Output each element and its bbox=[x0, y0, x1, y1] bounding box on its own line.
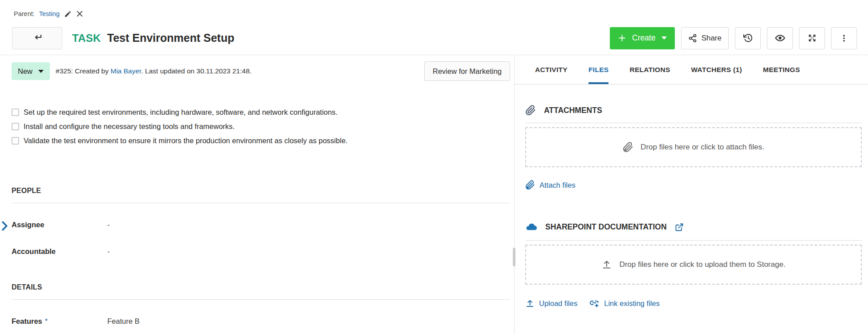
assignee-value[interactable]: - bbox=[107, 221, 110, 229]
tab-relations[interactable]: RELATIONS bbox=[629, 55, 670, 84]
checklist-item-text: Validate the test environment to ensure … bbox=[24, 137, 348, 145]
tab-activity[interactable]: ACTIVITY bbox=[535, 55, 568, 84]
review-for-marketing-button[interactable]: Review for Marketing bbox=[424, 61, 510, 81]
watch-button[interactable] bbox=[767, 27, 793, 49]
accountable-label: Accountable bbox=[12, 247, 56, 256]
share-button[interactable]: Share bbox=[681, 27, 729, 49]
assignee-label: Assignee bbox=[12, 221, 44, 229]
page-title: Test Environment Setup bbox=[107, 32, 235, 44]
features-value[interactable]: Feature B bbox=[107, 317, 139, 326]
create-button[interactable]: Create bbox=[610, 27, 675, 49]
panel-resize-handle[interactable] bbox=[513, 248, 515, 266]
files-panel-body: ATTACHMENTS Drop files here or click to … bbox=[515, 85, 868, 309]
meta-suffix: . Last updated on 30.11.2023 21:48. bbox=[141, 67, 251, 75]
parent-link[interactable]: Testing bbox=[39, 10, 60, 17]
sharepoint-header: SHAREPOINT DOCUMENTATION bbox=[525, 221, 862, 233]
upload-files-link[interactable]: Upload files bbox=[525, 299, 577, 308]
attachments-dropzone[interactable]: Drop files here or click to attach files… bbox=[525, 127, 862, 167]
back-button[interactable] bbox=[12, 27, 62, 49]
upload-files-label: Upload files bbox=[539, 299, 577, 308]
work-package-meta: #325: Created by Mia Bayer. Last updated… bbox=[56, 67, 251, 75]
details-section-title: DETAILS bbox=[12, 283, 510, 291]
side-panel-tabs: ACTIVITY FILES RELATIONS WATCHERS (1) ME… bbox=[515, 55, 868, 85]
section-divider bbox=[12, 299, 510, 300]
checklist-item-text: Set up the required test environments, i… bbox=[24, 108, 337, 117]
storage-links-row: Upload files Link existing files bbox=[525, 298, 862, 309]
section-divider bbox=[12, 203, 510, 203]
features-field: Features * Feature B bbox=[12, 311, 510, 331]
upload-icon bbox=[525, 299, 535, 308]
attach-files-label: Attach files bbox=[539, 181, 576, 189]
share-icon bbox=[688, 34, 697, 43]
paperclip-icon bbox=[525, 105, 536, 116]
eye-icon bbox=[775, 33, 785, 43]
parent-breadcrumb: Parent: Testing bbox=[0, 0, 868, 21]
section-divider bbox=[525, 123, 862, 123]
chevron-down-icon bbox=[661, 36, 667, 40]
checklist-item: Set up the required test environments, i… bbox=[12, 105, 510, 119]
expand-icon bbox=[807, 33, 817, 43]
link-existing-files-label: Link existing files bbox=[604, 299, 660, 308]
section-divider bbox=[525, 240, 862, 241]
attachments-title: ATTACHMENTS bbox=[544, 106, 602, 115]
link-plus-icon bbox=[589, 298, 600, 309]
activity-history-button[interactable] bbox=[735, 27, 761, 49]
attachments-dropzone-text: Drop files here or click to attach files… bbox=[641, 143, 764, 152]
work-package-header: TASK Test Environment Setup Create Share bbox=[0, 21, 868, 55]
tab-files[interactable]: FILES bbox=[588, 55, 608, 84]
back-arrow-icon bbox=[32, 34, 43, 43]
upload-icon bbox=[601, 259, 612, 270]
status-label: New bbox=[18, 67, 32, 76]
accountable-value[interactable]: - bbox=[107, 247, 110, 256]
kebab-menu-icon bbox=[840, 33, 848, 43]
status-dropdown[interactable]: New bbox=[12, 62, 50, 80]
description-checklist: Set up the required test environments, i… bbox=[12, 105, 510, 148]
remove-parent-icon[interactable] bbox=[76, 10, 83, 17]
details-section: DETAILS Features * Feature B bbox=[12, 283, 510, 331]
link-existing-files-link[interactable]: Link existing files bbox=[589, 298, 660, 309]
checklist-item: Validate the test environment to ensure … bbox=[12, 133, 510, 148]
cloud-icon bbox=[525, 221, 537, 233]
content-split: New #325: Created by Mia Bayer. Last upd… bbox=[0, 55, 868, 334]
chevron-down-icon bbox=[38, 70, 44, 73]
more-actions-button[interactable] bbox=[831, 27, 857, 49]
accountable-field: Accountable - bbox=[12, 241, 510, 261]
features-label: Features bbox=[12, 317, 42, 326]
attach-paperclip-icon bbox=[525, 180, 535, 190]
storage-dropzone-text: Drop files here or click to upload them … bbox=[619, 260, 785, 269]
parent-label: Parent: bbox=[14, 10, 35, 17]
history-icon bbox=[743, 33, 753, 43]
external-link-icon[interactable] bbox=[675, 223, 684, 232]
required-mark: * bbox=[45, 317, 48, 326]
checklist-checkbox[interactable] bbox=[12, 109, 19, 116]
edit-parent-icon[interactable] bbox=[64, 10, 72, 18]
attach-files-link[interactable]: Attach files bbox=[525, 180, 862, 190]
people-section: PEOPLE Assignee - Accountable - bbox=[12, 187, 510, 261]
storage-dropzone[interactable]: Drop files here or click to upload them … bbox=[525, 245, 862, 285]
work-package-detail-panel: New #325: Created by Mia Bayer. Last upd… bbox=[0, 55, 515, 334]
header-zone: Parent: Testing TASK Test Environment Se… bbox=[0, 0, 868, 55]
meta-prefix: #325: Created by bbox=[56, 67, 110, 75]
sharepoint-title: SHAREPOINT DOCUMENTATION bbox=[545, 222, 667, 232]
plus-icon bbox=[618, 34, 626, 42]
people-section-title: PEOPLE bbox=[12, 187, 510, 195]
work-package-type: TASK bbox=[72, 32, 101, 44]
expand-sidebar-chevron-icon[interactable] bbox=[1, 221, 8, 231]
author-link[interactable]: Mia Bayer bbox=[110, 67, 141, 75]
attachments-header: ATTACHMENTS bbox=[525, 105, 862, 116]
checklist-item-text: Install and configure the necessary test… bbox=[24, 122, 235, 131]
create-button-label: Create bbox=[632, 33, 656, 43]
checklist-item: Install and configure the necessary test… bbox=[12, 119, 510, 133]
checklist-checkbox[interactable] bbox=[12, 123, 19, 130]
tab-meetings[interactable]: MEETINGS bbox=[763, 55, 800, 84]
status-row: New #325: Created by Mia Bayer. Last upd… bbox=[12, 61, 510, 81]
share-button-label: Share bbox=[702, 34, 722, 43]
fullscreen-button[interactable] bbox=[799, 27, 825, 49]
attach-paperclip-icon bbox=[623, 142, 633, 153]
assignee-field: Assignee - bbox=[12, 215, 510, 234]
header-actions: Create Share bbox=[610, 27, 857, 49]
checklist-checkbox[interactable] bbox=[12, 137, 19, 145]
tab-watchers[interactable]: WATCHERS (1) bbox=[691, 55, 742, 84]
files-side-panel: ACTIVITY FILES RELATIONS WATCHERS (1) ME… bbox=[515, 55, 868, 334]
